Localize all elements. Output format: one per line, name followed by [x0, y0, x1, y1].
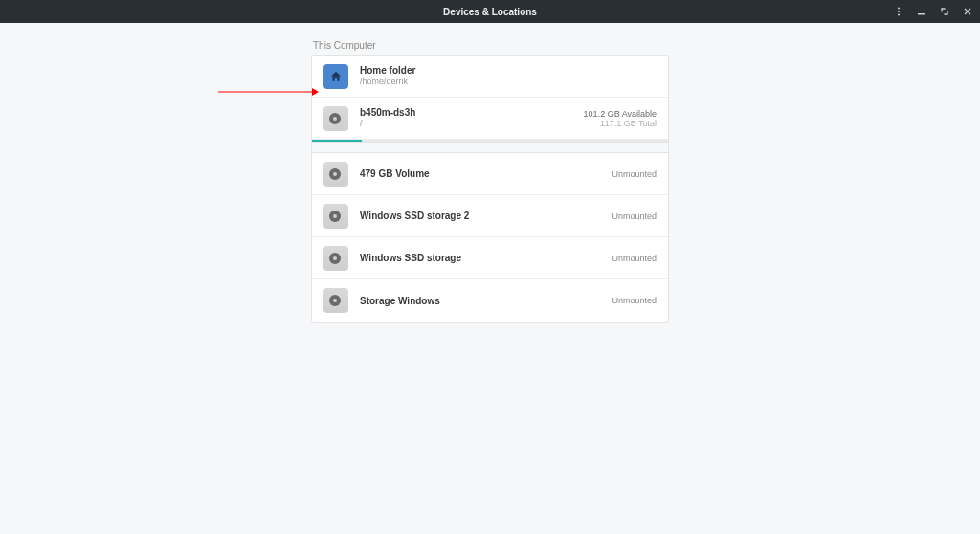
row-volume-windows-ssd[interactable]: Windows SSD storage Unmounted [312, 237, 668, 279]
status-text: Unmounted [612, 211, 657, 221]
svg-rect-3 [918, 13, 925, 15]
row-sub: /home/derrik [360, 77, 657, 88]
row-home-folder[interactable]: Home folder /home/derrik [312, 56, 668, 98]
section-label: This Computer [311, 40, 669, 51]
row-meta: Unmounted [612, 211, 657, 221]
row-title: Home folder [360, 64, 657, 77]
row-title: Windows SSD storage [360, 252, 612, 264]
row-root-volume[interactable]: b450m-ds3h / 101.2 GB Available 117.1 GB… [312, 98, 668, 140]
maximize-icon[interactable] [940, 7, 949, 16]
annotation-arrow [218, 82, 319, 90]
row-title: 479 GB Volume [360, 167, 612, 180]
disk-icon [323, 162, 348, 187]
home-folder-icon [323, 64, 348, 89]
row-title: b450m-ds3h [360, 106, 584, 119]
row-sub: / [360, 119, 584, 130]
disk-icon [323, 246, 348, 271]
available-text: 101.2 GB Available [584, 109, 657, 119]
row-meta: Unmounted [612, 296, 657, 305]
section-gap [312, 142, 668, 153]
disk-icon [323, 106, 348, 131]
row-title: Storage Windows [360, 295, 612, 307]
row-meta: Unmounted [612, 254, 657, 263]
row-volume-storage-windows[interactable]: Storage Windows Unmounted [312, 279, 668, 322]
row-meta: 101.2 GB Available 117.1 GB Total [584, 109, 657, 128]
total-text: 117.1 GB Total [584, 119, 657, 128]
menu-icon[interactable] [894, 7, 903, 16]
svg-point-0 [898, 8, 900, 10]
row-volume-windows-ssd-2[interactable]: Windows SSD storage 2 Unmounted [312, 195, 668, 237]
devices-panel: Home folder /home/derrik b450m-ds3h / 10… [311, 55, 669, 323]
status-text: Unmounted [612, 254, 657, 263]
row-title: Windows SSD storage 2 [360, 210, 612, 222]
svg-point-2 [898, 14, 900, 16]
row-meta: Unmounted [612, 169, 657, 179]
row-volume-479gb[interactable]: 479 GB Volume Unmounted [312, 153, 668, 195]
window-title: Devices & Locations [443, 7, 537, 17]
status-text: Unmounted [612, 296, 657, 305]
disk-icon [323, 288, 348, 313]
disk-icon [323, 204, 348, 229]
content: This Computer Home folder /home/derrik b… [0, 23, 980, 323]
status-text: Unmounted [612, 169, 657, 179]
svg-point-1 [898, 11, 900, 12]
minimize-icon[interactable] [917, 7, 926, 16]
close-icon[interactable] [963, 7, 972, 16]
titlebar: Devices & Locations [0, 0, 980, 23]
